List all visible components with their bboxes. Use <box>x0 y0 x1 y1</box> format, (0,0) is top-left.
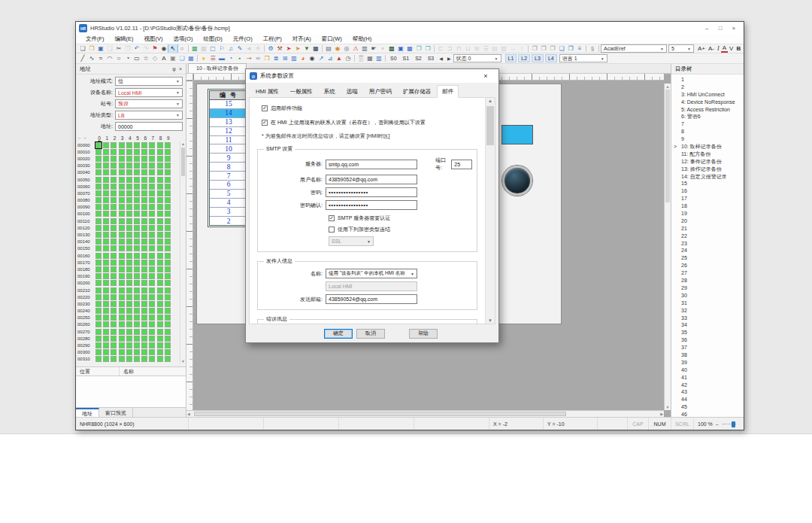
doc-tab-active[interactable]: 10 - 取样记录备份 <box>188 63 247 73</box>
bit-cell[interactable] <box>134 190 140 196</box>
state-button-s3[interactable]: S3 <box>426 55 437 62</box>
bit-cell[interactable] <box>134 197 140 203</box>
sound-icon[interactable]: ♫ <box>226 44 235 53</box>
layer-list-icon[interactable]: ≡ <box>575 44 584 53</box>
bit-cell[interactable] <box>95 177 102 183</box>
bit-cell[interactable] <box>111 260 117 266</box>
bit-cell[interactable] <box>157 163 163 169</box>
screen-icon[interactable]: ▢ <box>208 44 217 53</box>
image-icon[interactable]: ▣ <box>168 54 177 62</box>
bit-cell[interactable] <box>141 273 147 279</box>
bit-cell[interactable] <box>149 301 155 307</box>
bit-cell[interactable] <box>134 177 140 183</box>
bit-cell[interactable] <box>111 273 117 279</box>
bit-cell[interactable] <box>134 308 140 314</box>
bit-cell[interactable] <box>95 218 102 224</box>
bit-cell[interactable] <box>126 273 132 279</box>
bit-cell[interactable] <box>165 336 171 342</box>
dialog-tab-inactive[interactable]: 用户密码 <box>364 85 397 98</box>
bit-cell[interactable] <box>111 149 117 155</box>
server-input[interactable]: smtp.qq.com <box>326 160 417 169</box>
tree-item[interactable]: 16 <box>671 187 744 195</box>
bit-cell[interactable] <box>165 356 171 362</box>
tree-item[interactable]: 17 <box>671 195 744 202</box>
bit-cell[interactable] <box>141 329 147 335</box>
bit-cell[interactable] <box>149 356 155 362</box>
layer-back-icon[interactable]: ❐ <box>530 44 539 53</box>
bit-cell[interactable] <box>95 211 102 217</box>
xy-plot-icon[interactable]: ⊿ <box>326 54 335 62</box>
bit-cell[interactable] <box>119 211 125 217</box>
number-table-row[interactable]: 9 <box>210 154 247 163</box>
bit-cell[interactable] <box>165 163 171 169</box>
table-blue-icon[interactable]: ▦ <box>405 44 414 53</box>
bit-cell[interactable] <box>157 156 163 162</box>
trend-icon[interactable]: ↗ <box>317 54 326 62</box>
bit-cell[interactable] <box>157 349 163 355</box>
bit-cell[interactable] <box>165 253 171 259</box>
language-button-l4[interactable]: L4 <box>545 54 557 62</box>
close-button[interactable]: × <box>727 23 741 33</box>
bit-cell[interactable] <box>119 156 125 162</box>
run-icon[interactable]: ➤ <box>284 44 293 53</box>
link-icon[interactable]: ∞ <box>253 54 262 62</box>
menu-item-4[interactable]: 绘图(D) <box>198 35 227 43</box>
bit-cell[interactable] <box>165 349 171 355</box>
state-combo[interactable]: 状态 0▼ <box>453 54 501 62</box>
bit-cell[interactable] <box>141 245 147 251</box>
bit-cell[interactable] <box>134 232 140 238</box>
language-button-l1[interactable]: L1 <box>505 54 517 62</box>
tree-item[interactable]: 23 <box>671 240 744 248</box>
pie-icon[interactable]: ◔ <box>123 54 132 62</box>
bit-cell[interactable] <box>119 315 125 321</box>
next-state-button[interactable]: ▶ <box>445 56 453 61</box>
help-button[interactable]: 帮助 <box>409 329 438 339</box>
page-copy-icon[interactable]: ❐ <box>414 44 423 53</box>
smtp-auth-checkbox[interactable] <box>329 215 335 221</box>
tools-icon[interactable]: ⚒ <box>275 44 284 53</box>
scroll-up-icon[interactable]: ▲ <box>486 99 495 103</box>
bit-cell[interactable] <box>165 142 171 148</box>
bit-cell[interactable] <box>165 315 171 321</box>
bit-cell[interactable] <box>103 177 109 183</box>
bit-cell[interactable] <box>165 190 171 196</box>
bit-cell[interactable] <box>165 197 171 203</box>
undo-icon[interactable]: ↶ <box>132 44 141 53</box>
bit-cell[interactable] <box>111 218 117 224</box>
number-table-row[interactable]: 13 <box>210 118 247 127</box>
bit-cell[interactable] <box>157 142 163 148</box>
scroll-right-icon[interactable]: ▶ <box>660 412 663 416</box>
bit-cell[interactable] <box>157 342 163 348</box>
scroll-down-icon[interactable]: ▼ <box>665 405 671 409</box>
bit-cell[interactable] <box>95 163 102 169</box>
star-icon[interactable]: ☆ <box>141 54 150 62</box>
bit-cell[interactable] <box>149 253 155 259</box>
bit-cell[interactable] <box>141 169 147 175</box>
bit-cell[interactable] <box>141 349 147 355</box>
bit-cell[interactable] <box>119 197 125 203</box>
tree-item[interactable]: 7 <box>671 120 744 128</box>
bit-cell[interactable] <box>119 280 125 286</box>
bit-cell[interactable] <box>134 287 140 293</box>
bit-cell[interactable] <box>157 197 163 203</box>
bit-cell[interactable] <box>141 294 147 300</box>
bit-cell[interactable] <box>126 349 132 355</box>
bit-cell[interactable] <box>95 336 102 342</box>
bit-cell[interactable] <box>119 287 125 293</box>
bit-cell[interactable] <box>157 190 163 196</box>
picture-icon[interactable]: ▩ <box>190 44 199 53</box>
bit-cell[interactable] <box>111 321 117 327</box>
bit-cell[interactable] <box>165 169 171 175</box>
bit-cell[interactable] <box>95 225 102 231</box>
bit-cell[interactable] <box>103 342 109 348</box>
bit-cell[interactable] <box>157 204 163 210</box>
bit-cell[interactable] <box>111 211 117 217</box>
select-cursor-icon[interactable]: ↖ <box>168 44 177 53</box>
bit-cell[interactable] <box>157 356 163 362</box>
bit-cell[interactable] <box>126 211 132 217</box>
bit-cell[interactable] <box>119 142 125 148</box>
bit-cell[interactable] <box>134 163 140 169</box>
tree-item[interactable]: 3: HMI UnConnect <box>671 91 744 99</box>
bit-cell[interactable] <box>95 315 102 321</box>
tree-item[interactable]: 12: 事件记录备份 <box>671 158 744 166</box>
